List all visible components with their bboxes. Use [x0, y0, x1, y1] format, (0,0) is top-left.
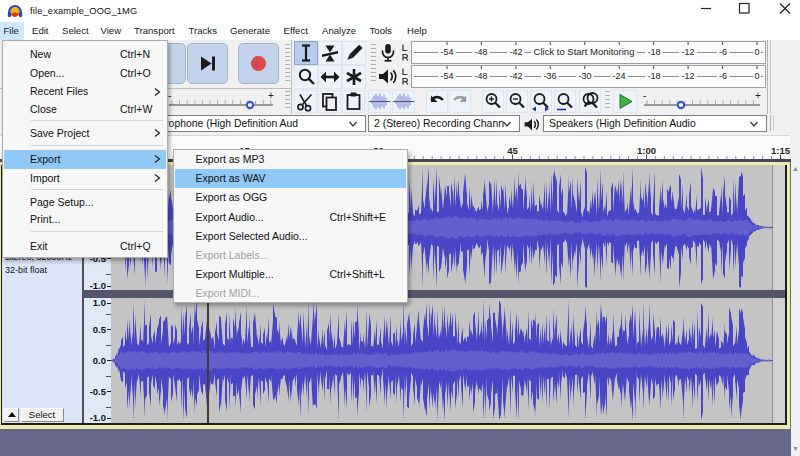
- svg-text:1:15: 1:15: [771, 145, 790, 156]
- svg-text:+: +: [268, 90, 274, 101]
- svg-text:-18: -18: [647, 71, 660, 81]
- svg-text:-: -: [643, 90, 646, 101]
- svg-text:-12: -12: [682, 71, 695, 81]
- svg-text:-: -: [168, 90, 171, 101]
- svg-text:-12: -12: [682, 47, 695, 57]
- svg-text:-48: -48: [475, 47, 488, 57]
- svg-text:-24: -24: [613, 71, 626, 81]
- svg-text:-42: -42: [509, 47, 522, 57]
- svg-text:-54: -54: [440, 47, 453, 57]
- svg-text:1:00: 1:00: [637, 145, 656, 156]
- svg-text:-6: -6: [718, 71, 726, 81]
- svg-text:0: 0: [754, 71, 759, 81]
- svg-text:-6: -6: [718, 47, 726, 57]
- svg-text:-18: -18: [647, 47, 660, 57]
- svg-text:-54: -54: [440, 71, 453, 81]
- svg-text:-42: -42: [509, 71, 522, 81]
- svg-text:-48: -48: [475, 71, 488, 81]
- svg-text:-30: -30: [578, 71, 591, 81]
- svg-text:45: 45: [507, 145, 518, 156]
- svg-text:0: 0: [754, 47, 759, 57]
- svg-text:-36: -36: [544, 71, 557, 81]
- svg-text:+: +: [755, 90, 761, 101]
